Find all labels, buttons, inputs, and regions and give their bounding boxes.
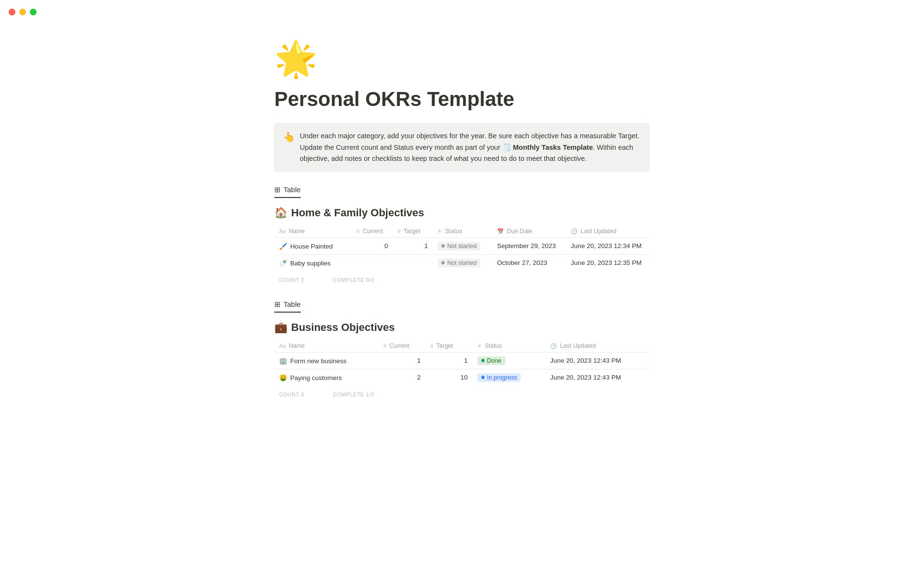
table-icon-2: ⊞: [274, 300, 281, 309]
section-heading-icon-1: 🏠: [274, 207, 287, 219]
cell-name: 🏢Form new business: [274, 352, 379, 369]
callout-text: Under each major category, add your obje…: [300, 131, 641, 164]
cell-name: 🖌️House Painted: [274, 237, 352, 254]
maximize-button[interactable]: [30, 9, 37, 15]
page-content: 🌟 Personal OKRs Template 👆 Under each ma…: [245, 0, 679, 453]
cell-status: Not started: [433, 237, 492, 254]
tab-table-1[interactable]: ⊞ Table: [274, 185, 301, 198]
page-title: Personal OKRs Template: [274, 87, 650, 111]
cell-current: [352, 254, 393, 271]
section-heading-1: 🏠 Home & Family Objectives: [274, 207, 650, 219]
callout-icon: 👆: [283, 131, 295, 143]
footer-count-1: COUNT 2: [279, 277, 304, 283]
cell-current: 2: [379, 369, 426, 386]
footer-count-2: COUNT 3: [279, 392, 304, 397]
table-footer-1: COUNT 2 COMPLETE 0/2: [274, 273, 650, 287]
cell-status: Done: [473, 352, 546, 369]
footer-complete-2: COMPLETE 1/3: [333, 392, 374, 397]
tab-table-2-label: Table: [283, 300, 301, 308]
window-controls: [9, 9, 37, 15]
cell-status: In progress: [473, 369, 546, 386]
cell-target: 1: [393, 237, 433, 254]
section-heading-2: 💼 Business Objectives: [274, 321, 650, 334]
th-lastupdated-2: 🕐 Last Updated: [545, 340, 650, 353]
tab-table-1-label: Table: [283, 185, 301, 194]
cell-status: Not started: [433, 254, 492, 271]
th-target-1: # Target: [393, 225, 433, 238]
section-home-family: ⊞ Table 🏠 Home & Family Objectives Aa Na…: [274, 185, 650, 287]
th-status-1: ✳ Status: [433, 225, 492, 238]
cell-duedate: September 29, 2023: [492, 237, 566, 254]
th-target-2: # Target: [425, 340, 473, 353]
cell-target: 10: [425, 369, 473, 386]
cell-lastupdated: June 20, 2023 12:35 PM: [566, 254, 650, 271]
footer-complete-1: COMPLETE 0/2: [333, 277, 374, 283]
th-name-1: Aa Name: [274, 225, 352, 238]
table-footer-2: COUNT 3 COMPLETE 1/3: [274, 388, 650, 401]
close-button[interactable]: [9, 9, 15, 15]
cell-target: 1: [425, 352, 473, 369]
cell-target: [393, 254, 433, 271]
page-icon: 🌟: [274, 39, 650, 79]
table-row[interactable]: 🏢Form new business 1 1 Done June 20, 202…: [274, 352, 650, 369]
th-status-2: ✳ Status: [473, 340, 546, 353]
table-row[interactable]: 🤑Paying customers 2 10 In progress June …: [274, 369, 650, 386]
table-business: Aa Name # Current # Target ✳ Status 🕐 La…: [274, 340, 650, 386]
th-name-2: Aa Name: [274, 340, 379, 353]
th-current-2: # Current: [379, 340, 426, 353]
cell-current: 1: [379, 352, 426, 369]
callout-link[interactable]: Monthly Tasks Template: [513, 144, 593, 151]
table-row[interactable]: 🖌️House Painted 0 1 Not started Septembe…: [274, 237, 650, 254]
tab-table-2[interactable]: ⊞ Table: [274, 300, 301, 313]
cell-lastupdated: June 20, 2023 12:43 PM: [545, 352, 650, 369]
table-home-family: Aa Name # Current # Target ✳ Status 📅 Du…: [274, 225, 650, 271]
cell-current: 0: [352, 237, 393, 254]
cell-lastupdated: June 20, 2023 12:34 PM: [566, 237, 650, 254]
cell-duedate: October 27, 2023: [492, 254, 566, 271]
callout-box: 👆 Under each major category, add your ob…: [274, 123, 650, 172]
section-heading-icon-2: 💼: [274, 321, 287, 334]
table-row[interactable]: 🍼Baby supplies Not started October 27, 2…: [274, 254, 650, 271]
th-current-1: # Current: [352, 225, 393, 238]
th-duedate-1: 📅 Due Date: [492, 225, 566, 238]
cell-name: 🍼Baby supplies: [274, 254, 352, 271]
table-icon-1: ⊞: [274, 185, 281, 194]
cell-lastupdated: June 20, 2023 12:43 PM: [545, 369, 650, 386]
cell-name: 🤑Paying customers: [274, 369, 379, 386]
section-business: ⊞ Table 💼 Business Objectives Aa Name # …: [274, 300, 650, 401]
th-lastupdated-1: 🕐 Last Updated: [566, 225, 650, 238]
minimize-button[interactable]: [19, 9, 26, 15]
